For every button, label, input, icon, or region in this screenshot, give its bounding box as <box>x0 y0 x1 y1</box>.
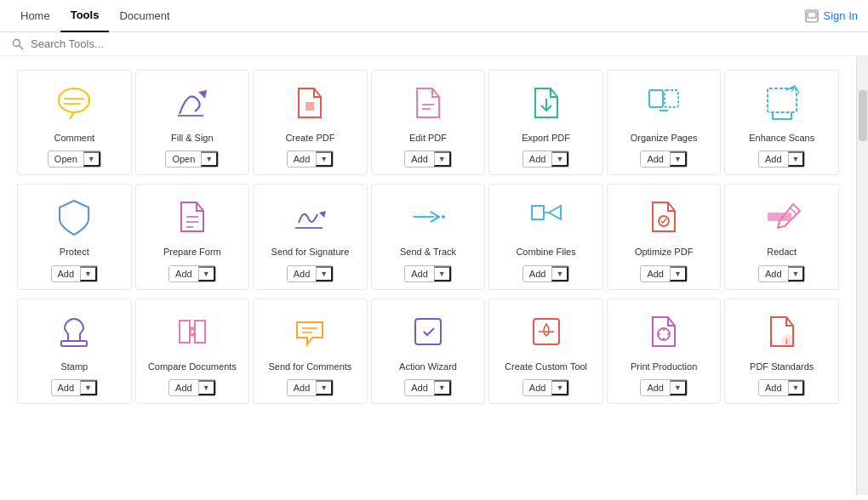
tool-btn-organize[interactable]: Add <box>641 152 670 166</box>
tool-btn-combine[interactable]: Add <box>523 267 552 281</box>
tool-card-pdf-standards: iPDF StandardsAdd▼ <box>724 298 839 404</box>
tool-btn-dropdown-fill-sign[interactable]: ▼ <box>201 151 218 167</box>
svg-line-5 <box>70 112 74 119</box>
tool-btn-dropdown-send-track[interactable]: ▼ <box>434 266 451 281</box>
tool-btn-compare[interactable]: Add <box>169 381 198 395</box>
tool-btn-group-protect: Add▼ <box>51 265 99 282</box>
tool-btn-protect[interactable]: Add <box>52 267 81 281</box>
tool-btn-dropdown-action-wizard[interactable]: ▼ <box>434 380 451 395</box>
tool-name-comment: Comment <box>54 132 94 144</box>
send-comments-icon <box>286 308 334 355</box>
tool-btn-dropdown-send-comments[interactable]: ▼ <box>316 380 333 395</box>
tool-btn-export-pdf[interactable]: Add <box>523 152 552 166</box>
nav-home[interactable]: Home <box>10 0 60 32</box>
tool-card-print-production: Print ProductionAdd▼ <box>607 298 722 404</box>
tool-btn-group-send-signature: Add▼ <box>287 265 334 282</box>
tool-btn-action-wizard[interactable]: Add <box>405 381 434 395</box>
fill-sign-icon <box>168 79 216 127</box>
print-production-icon <box>640 308 688 355</box>
tool-card-create-pdf: Create PDFAdd▼ <box>253 70 368 175</box>
tool-btn-dropdown-compare[interactable]: ▼ <box>198 380 215 395</box>
tool-btn-stamp[interactable]: Add <box>52 381 81 395</box>
tools-grid-container: CommentOpen▼Fill & SignOpen▼Create PDFAd… <box>0 56 856 495</box>
tool-btn-dropdown-export-pdf[interactable]: ▼ <box>551 151 568 167</box>
tool-name-action-wizard: Action Wizard <box>399 361 457 372</box>
tool-btn-dropdown-combine[interactable]: ▼ <box>551 266 568 281</box>
tool-btn-edit-pdf[interactable]: Add <box>405 152 434 166</box>
tool-btn-dropdown-custom-tool[interactable]: ▼ <box>551 380 568 395</box>
sign-in-button[interactable]: Sign In <box>805 9 858 23</box>
comment-icon <box>50 79 98 127</box>
tool-card-export-pdf: Export PDFAdd▼ <box>488 70 603 175</box>
tool-btn-send-signature[interactable]: Add <box>288 267 317 281</box>
tool-btn-fill-sign[interactable]: Open <box>166 152 201 166</box>
tool-btn-dropdown-optimize[interactable]: ▼ <box>670 266 687 281</box>
tool-name-send-signature: Send for Signature <box>271 246 350 258</box>
tool-btn-enhance[interactable]: Add <box>759 152 788 166</box>
tool-btn-group-export-pdf: Add▼ <box>523 151 570 168</box>
tool-btn-send-track[interactable]: Add <box>405 267 434 281</box>
tool-btn-dropdown-organize[interactable]: ▼ <box>670 151 687 167</box>
nav-tools[interactable]: Tools <box>60 0 110 32</box>
nav-document[interactable]: Document <box>109 0 180 32</box>
custom-tool-icon <box>523 308 570 355</box>
tool-btn-dropdown-prepare-form[interactable]: ▼ <box>198 266 215 281</box>
pdf-standards-icon: i <box>758 308 806 355</box>
svg-point-2 <box>14 39 20 46</box>
tool-btn-group-custom-tool: Add▼ <box>523 379 570 396</box>
svg-text:i: i <box>785 338 788 346</box>
tool-name-send-comments: Send for Comments <box>269 361 352 372</box>
tool-btn-dropdown-create-pdf[interactable]: ▼ <box>316 151 333 167</box>
tool-name-stamp: Stamp <box>60 361 88 372</box>
tool-name-edit-pdf: Edit PDF <box>409 132 447 144</box>
tool-btn-group-redact: Add▼ <box>758 265 806 282</box>
tool-btn-send-comments[interactable]: Add <box>288 381 317 395</box>
top-nav: Home Tools Document Sign In <box>0 0 868 32</box>
svg-point-21 <box>442 215 445 219</box>
create-pdf-icon <box>286 79 334 127</box>
tool-btn-custom-tool[interactable]: Add <box>523 381 552 395</box>
svg-rect-1 <box>808 12 816 18</box>
svg-point-20 <box>436 215 439 219</box>
tool-btn-comment[interactable]: Open <box>49 152 83 166</box>
scrollbar-thumb[interactable] <box>859 90 867 141</box>
svg-rect-26 <box>61 341 87 346</box>
tool-card-redact: RedactAdd▼ <box>724 184 839 289</box>
svg-rect-13 <box>665 90 678 107</box>
search-input[interactable] <box>31 37 201 50</box>
tool-btn-redact[interactable]: Add <box>759 267 788 281</box>
svg-rect-29 <box>415 319 441 344</box>
tool-btn-dropdown-edit-pdf[interactable]: ▼ <box>434 151 451 167</box>
tool-btn-dropdown-send-signature[interactable]: ▼ <box>316 266 333 281</box>
tool-btn-dropdown-stamp[interactable]: ▼ <box>80 380 97 395</box>
search-bar <box>0 32 868 56</box>
optimize-icon <box>640 193 688 241</box>
tool-name-export-pdf: Export PDF <box>522 132 570 144</box>
scrollbar[interactable] <box>856 56 868 495</box>
tool-btn-optimize[interactable]: Add <box>641 267 670 281</box>
tool-btn-pdf-standards[interactable]: Add <box>759 381 788 395</box>
tool-name-custom-tool: Create Custom Tool <box>505 361 587 372</box>
tool-btn-dropdown-protect[interactable]: ▼ <box>80 266 97 281</box>
organize-icon <box>640 79 688 127</box>
tool-btn-dropdown-enhance[interactable]: ▼ <box>788 151 805 167</box>
edit-pdf-icon <box>404 79 452 127</box>
send-signature-icon <box>286 193 334 241</box>
tool-btn-dropdown-print-production[interactable]: ▼ <box>670 380 687 395</box>
tool-btn-group-comment: Open▼ <box>48 151 101 168</box>
compare-icon <box>168 308 216 355</box>
tool-btn-create-pdf[interactable]: Add <box>288 152 317 166</box>
tool-btn-prepare-form[interactable]: Add <box>169 267 198 281</box>
tool-card-send-track: Send & TrackAdd▼ <box>371 184 486 289</box>
tool-card-edit-pdf: Edit PDFAdd▼ <box>371 70 486 175</box>
tool-btn-dropdown-pdf-standards[interactable]: ▼ <box>788 380 805 395</box>
tool-btn-dropdown-redact[interactable]: ▼ <box>788 266 805 281</box>
tool-btn-group-create-pdf: Add▼ <box>287 151 334 168</box>
tool-btn-print-production[interactable]: Add <box>641 381 670 395</box>
tool-name-optimize: Optimize PDF <box>635 246 693 258</box>
tool-card-prepare-form: Prepare FormAdd▼ <box>135 184 250 289</box>
tool-card-custom-tool: Create Custom ToolAdd▼ <box>488 298 603 404</box>
sign-in-label: Sign In <box>824 9 858 22</box>
tool-card-send-comments: Send for CommentsAdd▼ <box>253 298 368 404</box>
tool-btn-dropdown-comment[interactable]: ▼ <box>83 151 100 167</box>
